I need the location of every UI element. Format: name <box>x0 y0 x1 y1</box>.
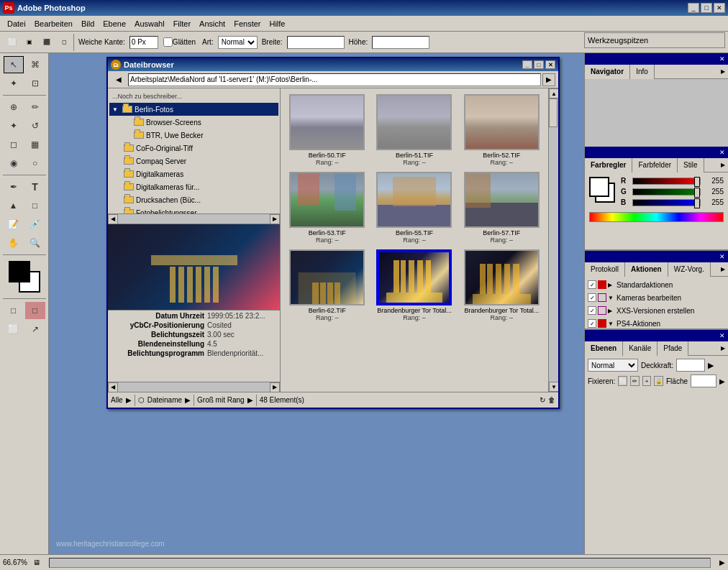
thumb-berlin55[interactable]: Berlin-55.TIF Rang: – <box>373 172 455 244</box>
jump-btn[interactable]: ↗ <box>25 321 45 338</box>
rectangular-marquee-tool[interactable]: ⬜ <box>4 35 20 50</box>
fix-move[interactable]: + <box>642 376 652 386</box>
scroll-v-thumb[interactable] <box>549 98 558 127</box>
tree-item-above[interactable]: ...Noch zu beschreiber... <box>109 90 278 103</box>
tree-scrollbar-h[interactable]: ◀ ▶ <box>108 213 280 224</box>
close-button[interactable]: ✕ <box>714 3 725 13</box>
stile-tab[interactable]: Stile <box>678 158 704 173</box>
pfade-tab[interactable]: Pfade <box>658 341 688 356</box>
path-select[interactable]: ▲ <box>4 197 24 214</box>
thumb-berlin57[interactable]: Berlin-57.TIF Rang: – <box>461 172 542 244</box>
thumb-berlin50[interactable]: Berlin-50.TIF Rang: – <box>286 94 368 166</box>
flaeche-input[interactable] <box>691 374 716 387</box>
scroll-right-btn[interactable]: ▶ <box>270 214 280 224</box>
action-expand-3[interactable]: ▼ <box>608 321 615 327</box>
meta-scroll-left[interactable]: ◀ <box>108 382 118 392</box>
fb-close[interactable]: ✕ <box>545 60 555 69</box>
farb-close[interactable]: ✕ <box>719 149 725 156</box>
fix-paint[interactable]: ✏ <box>630 376 640 386</box>
blendmodus-select[interactable]: Normal <box>588 359 638 372</box>
info-tab[interactable]: Info <box>630 65 655 79</box>
tree-item-foto-belichter[interactable]: Fotobelichtungsser... <box>109 206 278 213</box>
scroll-up-btn[interactable]: ▲ <box>549 88 558 98</box>
crop-tool[interactable]: ⊡ <box>25 75 45 92</box>
meta-scroll-right[interactable]: ▶ <box>270 382 280 392</box>
thumb-berlin62[interactable]: Berlin-62.TIF Rang: – <box>286 249 368 321</box>
thumbs-scrollbar-v[interactable]: ▲ ▼ <box>548 88 558 392</box>
thumb-berlin53[interactable]: Berlin-53.TIF Rang: – <box>286 172 368 244</box>
action-expand-2[interactable]: ▶ <box>608 308 615 314</box>
shape-tool[interactable]: □ <box>25 197 45 214</box>
tree-item-browser-screens[interactable]: Browser-Screens <box>109 116 278 129</box>
thumb-brandenburger1[interactable]: Brandenburger Tor Total... Rang: – <box>373 249 455 321</box>
glatten-checkbox[interactable]: Glätten <box>161 35 198 50</box>
thumb-berlin52[interactable]: Berlin-52.TIF Rang: – <box>461 94 542 166</box>
move-tool[interactable]: ↖ <box>4 56 24 73</box>
fg-color-box[interactable] <box>589 177 609 197</box>
foreground-color[interactable] <box>9 261 30 282</box>
hoehe-input[interactable] <box>372 36 429 49</box>
lasso-tool[interactable]: ⌘ <box>25 56 45 73</box>
deckkraft-arrow[interactable]: ▶ <box>708 361 714 370</box>
menu-ebene[interactable]: Ebene <box>99 18 130 29</box>
menu-hilfe[interactable]: Hilfe <box>265 18 289 29</box>
fb-minimize[interactable]: _ <box>522 60 532 69</box>
action-check-0[interactable]: ✓ <box>588 280 596 289</box>
b-slider-track[interactable] <box>632 199 701 206</box>
deckkraft-input[interactable] <box>676 359 705 372</box>
b-thumb[interactable] <box>694 198 700 208</box>
glatten-check[interactable] <box>163 37 173 47</box>
weiche-kante-input[interactable] <box>129 36 158 49</box>
maximize-button[interactable]: □ <box>701 3 712 13</box>
blur-tool[interactable]: ◉ <box>4 155 24 172</box>
aktionen-tab[interactable]: Aktionen <box>625 262 668 277</box>
menu-ansicht[interactable]: Ansicht <box>195 18 229 29</box>
eb-options[interactable]: ▶ <box>718 344 728 354</box>
tree-item-btr[interactable]: BTR, Uwe Becker <box>109 129 278 142</box>
breite-input[interactable] <box>287 36 345 49</box>
fb-play-btn[interactable]: ▶ <box>542 73 555 86</box>
tree-item-berlin-fotos[interactable]: ▼ Berlin-Fotos <box>109 103 278 116</box>
scroll-down-btn[interactable]: ▼ <box>549 382 558 392</box>
fb-trash-icon[interactable]: 🗑 <box>548 396 555 404</box>
notes-tool[interactable]: 📝 <box>4 216 24 233</box>
kanaele-tab[interactable]: Kanäle <box>623 341 658 356</box>
nav-close[interactable]: ✕ <box>719 55 725 63</box>
farbregler-tab[interactable]: Farbregler <box>585 158 632 173</box>
fb-back-btn[interactable]: ◀ <box>111 72 127 88</box>
tree-item-digital2[interactable]: Digitalkameras für... <box>109 180 278 193</box>
healing-brush[interactable]: ⊕ <box>4 98 24 116</box>
flaeche-arrow[interactable]: ▶ <box>719 377 725 385</box>
eraser-tool[interactable]: ◻ <box>4 136 24 153</box>
farbfelder-tab[interactable]: Farbfelder <box>632 158 678 173</box>
pen-tool[interactable]: ✒ <box>4 178 24 196</box>
g-slider-track[interactable] <box>632 188 701 196</box>
action-expand-1[interactable]: ▼ <box>608 295 615 301</box>
fb-maximize[interactable]: □ <box>534 60 544 69</box>
akt-options[interactable]: ▶ <box>718 265 728 275</box>
thumb-brandenburger2[interactable]: Brandenburger Tor Total... Rang: – <box>461 249 542 321</box>
action-check-1[interactable]: ✓ <box>588 293 596 302</box>
meta-scrollbar-h[interactable]: ◀ ▶ <box>108 382 280 392</box>
scroll-right-status[interactable]: ▶ <box>719 558 725 566</box>
tool-option1[interactable]: ▣ <box>22 35 37 50</box>
gradient-tool[interactable]: ▦ <box>25 136 45 153</box>
history-brush[interactable]: ↺ <box>25 117 45 134</box>
normal-mode[interactable]: □ <box>4 302 24 319</box>
menu-datei[interactable]: Datei <box>3 18 30 29</box>
scroll-left-btn[interactable]: ◀ <box>108 214 118 224</box>
brush-tool[interactable]: ✏ <box>25 98 45 116</box>
navigator-tab[interactable]: Navigator <box>585 65 630 79</box>
thumb-berlin51[interactable]: Berlin-51.TIF Rang: – <box>373 94 455 166</box>
r-slider-track[interactable] <box>632 178 701 185</box>
eyedropper-tool[interactable]: 💉 <box>25 216 45 233</box>
menu-filter[interactable]: Filter <box>169 18 195 29</box>
tree-item-cofo[interactable]: CoFo-Original-Tiff <box>109 142 278 155</box>
g-thumb[interactable] <box>694 188 700 198</box>
action-check-3[interactable]: ✓ <box>588 319 596 328</box>
panel-options-arrow[interactable]: ▶ <box>718 67 728 77</box>
fix-lock[interactable]: 🔒 <box>654 376 663 386</box>
r-thumb[interactable] <box>694 177 700 187</box>
quick-mask[interactable]: □ <box>25 302 45 319</box>
zoom-tool[interactable]: 🔍 <box>25 234 45 252</box>
